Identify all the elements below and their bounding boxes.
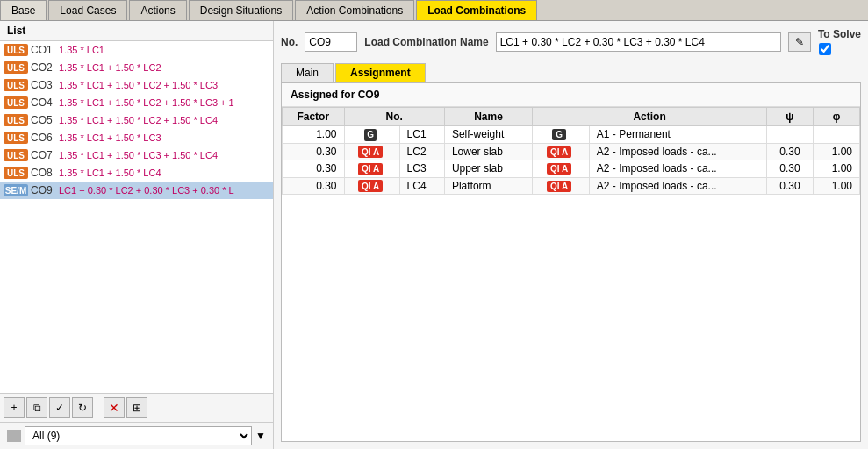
list-item-badge: ULS <box>4 44 28 56</box>
list-item-formula: 1.35 * LC1 + 1.50 * LC2 + 1.50 * LC4 <box>59 115 218 125</box>
cell-action-name: A1 - Permanent <box>589 126 766 144</box>
col-header-factor: Factor <box>283 108 345 126</box>
tab-load-cases[interactable]: Load Cases <box>48 0 127 20</box>
list-item-id: CO2 <box>31 61 55 74</box>
table-row[interactable]: 0.30QI ALC4PlatformQI AA2 - Imposed load… <box>283 177 860 195</box>
list-item-formula: 1.35 * LC1 + 1.50 * LC2 <box>59 62 161 73</box>
list-item[interactable]: ULSCO41.35 * LC1 + 1.50 * LC2 + 1.50 * L… <box>0 94 273 111</box>
list-content[interactable]: ULSCO11.35 * LC1ULSCO21.35 * LC1 + 1.50 … <box>0 41 273 393</box>
left-toolbar: + ⧉ ✓ ↻ ✕ ⊞ <box>0 393 273 422</box>
col-header-action: Action <box>533 108 767 126</box>
right-panel: No. CO9 Load Combination Name LC1 + 0.30… <box>274 21 868 449</box>
tab-design-situations[interactable]: Design Situations <box>189 0 293 20</box>
col-header-no: No. <box>344 108 444 126</box>
cell-lc: QI A <box>344 177 399 195</box>
copy-button[interactable]: ⧉ <box>26 397 47 418</box>
list-item[interactable]: SE/MCO9LC1 + 0.30 * LC2 + 0.30 * LC3 + 0… <box>0 182 273 199</box>
lc-type-badge: QI A <box>358 146 383 158</box>
tab-load-combinations[interactable]: Load Combinations <box>416 0 537 20</box>
delete-button[interactable]: ✕ <box>104 397 125 418</box>
cell-name: Upper slab <box>444 160 532 178</box>
cell-action-name: A2 - Imposed loads - ca... <box>589 143 766 160</box>
list-item[interactable]: ULSCO81.35 * LC1 + 1.50 * LC4 <box>0 164 273 182</box>
list-item-badge: SE/M <box>4 184 28 196</box>
cell-lc-no: LC1 <box>399 126 444 144</box>
sub-tab-main[interactable]: Main <box>281 63 334 82</box>
list-item-formula: 1.35 * LC1 + 1.50 * LC3 + 1.50 * LC4 <box>59 150 218 160</box>
lc-type-badge: QI A <box>358 180 383 192</box>
lc-type-badge: G <box>364 129 377 141</box>
cell-lc: QI A <box>344 143 399 160</box>
list-item-formula: 1.35 * LC1 <box>59 45 104 55</box>
list-item-badge: ULS <box>4 167 28 179</box>
tab-base[interactable]: Base <box>0 0 47 20</box>
list-item-badge: ULS <box>4 132 28 144</box>
cell-psi: 0.30 <box>766 177 813 195</box>
check-button[interactable]: ✓ <box>49 397 70 418</box>
main-layout: List ULSCO11.35 * LC1ULSCO21.35 * LC1 + … <box>0 21 868 449</box>
list-item[interactable]: ULSCO61.35 * LC1 + 1.50 * LC3 <box>0 129 273 146</box>
add-button[interactable]: + <box>4 397 25 418</box>
refresh-button[interactable]: ↻ <box>72 397 93 418</box>
no-value: CO9 <box>305 32 357 52</box>
cell-factor: 0.30 <box>283 160 345 178</box>
cell-factor: 1.00 <box>283 126 345 144</box>
action-type-badge: QI A <box>547 181 571 192</box>
bottom-chevron-icon: ▼ <box>255 430 266 442</box>
cell-factor: 0.30 <box>283 177 345 195</box>
list-item[interactable]: ULSCO31.35 * LC1 + 1.50 * LC2 + 1.50 * L… <box>0 76 273 94</box>
action-type-badge: QI A <box>547 163 571 175</box>
cell-lc: QI A <box>344 160 399 178</box>
list-item-id: CO5 <box>31 114 55 126</box>
left-panel: List ULSCO11.35 * LC1ULSCO21.35 * LC1 + … <box>0 21 274 449</box>
list-item-badge: ULS <box>4 114 28 126</box>
multi-button[interactable]: ⊞ <box>126 397 147 418</box>
table-row[interactable]: 1.00GLC1Self-weightGA1 - Permanent <box>283 126 860 144</box>
list-item-id: CO8 <box>31 167 55 179</box>
all-filter-select[interactable]: All (9) <box>25 426 252 445</box>
combo-name-label: Load Combination Name <box>364 36 488 48</box>
info-row: No. CO9 Load Combination Name LC1 + 0.30… <box>281 28 861 56</box>
tab-actions[interactable]: Actions <box>129 0 186 20</box>
cell-lc-no: LC4 <box>399 177 444 195</box>
sub-tab-assignment[interactable]: Assignment <box>335 63 426 82</box>
cell-phi: 1.00 <box>813 177 859 195</box>
list-item[interactable]: ULSCO51.35 * LC1 + 1.50 * LC2 + 1.50 * L… <box>0 111 273 129</box>
list-item-badge: ULS <box>4 61 28 74</box>
table-row[interactable]: 0.30QI ALC3Upper slabQI AA2 - Imposed lo… <box>283 160 860 178</box>
list-item-badge: ULS <box>4 79 28 91</box>
list-item-id: CO1 <box>31 44 55 56</box>
to-solve-label: To Solve <box>818 28 861 40</box>
sub-tab-bar: Main Assignment <box>281 63 861 82</box>
no-label: No. <box>281 36 298 48</box>
list-item-formula: 1.35 * LC1 + 1.50 * LC2 + 1.50 * LC3 + 1 <box>59 97 234 108</box>
edit-name-button[interactable]: ✎ <box>788 32 811 52</box>
assignment-panel: Assigned for CO9 Factor No. Name Action … <box>281 82 861 442</box>
cell-action-badge: QI A <box>533 177 590 195</box>
assigned-title: Assigned for CO9 <box>282 83 860 107</box>
cell-factor: 0.30 <box>283 143 345 160</box>
cell-name: Self-weight <box>444 126 532 144</box>
cell-name: Platform <box>444 177 532 195</box>
bottom-bar: All (9) ▼ <box>0 422 273 449</box>
lc-type-badge: QI A <box>358 163 383 175</box>
to-solve-checkbox[interactable] <box>818 42 832 56</box>
list-item-id: CO3 <box>31 79 55 91</box>
list-item-id: CO6 <box>31 132 55 144</box>
tab-action-combinations[interactable]: Action Combinations <box>295 0 414 20</box>
cell-phi: 1.00 <box>813 160 859 178</box>
cell-lc-no: LC2 <box>399 143 444 160</box>
col-header-phi: φ <box>813 108 859 126</box>
cell-psi: 0.30 <box>766 160 813 178</box>
tab-bar: Base Load Cases Actions Design Situation… <box>0 0 868 21</box>
table-row[interactable]: 0.30QI ALC2Lower slabQI AA2 - Imposed lo… <box>283 143 860 160</box>
list-item[interactable]: ULSCO11.35 * LC1 <box>0 41 273 59</box>
bottom-badge-icon <box>7 430 21 442</box>
combo-name-value: LC1 + 0.30 * LC2 + 0.30 * LC3 + 0.30 * L… <box>496 32 781 52</box>
list-item-id: CO9 <box>31 184 55 196</box>
action-type-badge: QI A <box>547 146 571 158</box>
list-item[interactable]: ULSCO21.35 * LC1 + 1.50 * LC2 <box>0 59 273 76</box>
list-item-formula: LC1 + 0.30 * LC2 + 0.30 * LC3 + 0.30 * L <box>59 185 234 196</box>
list-item[interactable]: ULSCO71.35 * LC1 + 1.50 * LC3 + 1.50 * L… <box>0 146 273 164</box>
cell-phi: 1.00 <box>813 143 859 160</box>
